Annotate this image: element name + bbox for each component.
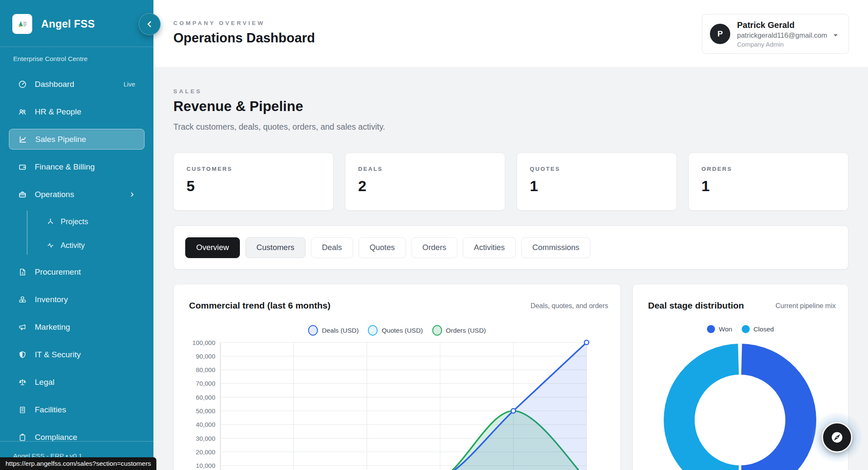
sidebar-item-label: Activity <box>61 241 85 250</box>
pulse-icon <box>47 242 54 249</box>
sidebar-item-label: Marketing <box>35 323 70 332</box>
company-logo <box>12 14 32 34</box>
svg-text:10,000: 10,000 <box>196 462 215 469</box>
megaphone-icon <box>18 323 27 331</box>
tab-overview[interactable]: Overview <box>185 237 240 258</box>
section-title: Revenue & Pipeline <box>173 98 303 114</box>
user-email: patrickgerald116@gmail.com <box>737 31 827 39</box>
sidebar-item-it-security[interactable]: IT & Security <box>9 344 145 365</box>
people-icon <box>18 108 27 116</box>
legend-label: Orders (USD) <box>446 327 486 334</box>
sidebar-collapse-button[interactable] <box>139 13 161 35</box>
svg-text:60,000: 60,000 <box>196 394 215 401</box>
page-title: Operations Dashboard <box>173 31 315 46</box>
sidebar-item-procurement[interactable]: $ Procurement <box>9 261 145 282</box>
deals-swatch-icon <box>308 325 318 336</box>
stat-value: 1 <box>530 178 664 195</box>
boxes-icon <box>18 295 27 304</box>
stat-card-deals: DEALS 2 <box>345 153 505 211</box>
legend-item-orders[interactable]: Orders (USD) <box>432 325 486 336</box>
stat-label: DEALS <box>358 166 492 172</box>
wallet-icon <box>18 163 27 171</box>
sidebar-item-operations[interactable]: Operations <box>9 184 145 205</box>
gauge-icon <box>18 80 27 89</box>
sidebar-item-hr-people[interactable]: HR & People <box>9 101 145 122</box>
legend-item-quotes[interactable]: Quotes (USD) <box>368 325 423 336</box>
sidebar-item-label: Inventory <box>35 295 68 304</box>
stats-row: CUSTOMERS 5 DEALS 2 QUOTES 1 ORDERS 1 <box>173 153 849 211</box>
sidebar-item-activity[interactable]: Activity <box>28 236 145 255</box>
sidebar-item-inventory[interactable]: Inventory <box>9 289 145 310</box>
brand-name: Angel FSS <box>41 18 95 30</box>
user-role: Company Admin <box>737 41 838 48</box>
sidebar-item-projects[interactable]: Projects <box>28 212 145 231</box>
sidebar-item-label: Operations <box>35 190 74 199</box>
trend-chart: 10,00020,00030,00040,00050,00060,00070,0… <box>174 339 621 470</box>
svg-text:$: $ <box>22 271 24 275</box>
trend-chart-card: Commercial trend (last 6 months) Deals, … <box>173 284 621 470</box>
shield-icon <box>18 350 27 359</box>
svg-text:40,000: 40,000 <box>196 421 215 428</box>
svg-text:90,000: 90,000 <box>196 353 215 360</box>
sidebar-item-dashboard[interactable]: Dashboard Live <box>9 74 145 95</box>
sidebar-item-label: Sales Pipeline <box>35 135 86 144</box>
section-eyebrow: SALES <box>173 88 202 95</box>
sidebar-item-label: Legal <box>35 378 55 387</box>
company-logo-icon <box>16 18 29 31</box>
svg-text:20,000: 20,000 <box>196 448 215 456</box>
invoice-dollar-icon: $ <box>18 268 27 276</box>
main-content: SALES Revenue & Pipeline Track customers… <box>153 68 868 470</box>
section-subtitle: Track customers, deals, quotes, orders, … <box>173 122 385 132</box>
sidebar: Angel FSS Enterprise Control Centre Dash… <box>0 0 153 470</box>
sidebar-item-marketing[interactable]: Marketing <box>9 317 145 337</box>
legend-item-deals[interactable]: Deals (USD) <box>308 325 359 336</box>
chevron-left-icon <box>145 20 154 28</box>
stat-value: 5 <box>186 178 320 195</box>
compass-fab-button[interactable] <box>822 422 852 453</box>
sidebar-item-label: Projects <box>61 217 88 226</box>
user-name: Patrick Gerald <box>737 20 838 30</box>
compass-icon <box>830 431 844 444</box>
stat-card-quotes: QUOTES 1 <box>517 153 677 211</box>
sidebar-item-label: IT & Security <box>35 350 81 359</box>
scales-icon <box>18 378 27 387</box>
tab-orders[interactable]: Orders <box>412 237 458 258</box>
sidebar-item-legal[interactable]: Legal <box>9 372 145 392</box>
trend-chart-subtitle: Deals, quotes, and orders <box>531 302 608 310</box>
tab-activities[interactable]: Activities <box>463 237 516 258</box>
clipboard-icon <box>18 433 27 442</box>
legend-label: Quotes (USD) <box>381 327 423 334</box>
svg-text:30,000: 30,000 <box>196 435 215 442</box>
sidebar-item-label: Compliance <box>35 433 77 442</box>
breadcrumb: COMPANY OVERVIEW <box>173 20 265 26</box>
tab-commissions[interactable]: Commissions <box>521 237 590 258</box>
status-url: https://erp.angelfss.com/sales?section=c… <box>6 460 151 467</box>
tab-customers[interactable]: Customers <box>245 237 305 258</box>
stat-label: ORDERS <box>701 166 835 172</box>
live-badge: Live <box>123 81 135 88</box>
avatar: P <box>710 24 730 44</box>
tab-quotes[interactable]: Quotes <box>359 237 406 258</box>
sidebar-item-label: Finance & Billing <box>35 162 95 172</box>
sidebar-item-facilities[interactable]: Facilities <box>9 399 145 420</box>
stat-card-orders: ORDERS 1 <box>688 153 849 211</box>
stat-value: 1 <box>701 178 835 195</box>
page-header: COMPANY OVERVIEW Operations Dashboard P … <box>153 0 868 68</box>
svg-text:80,000: 80,000 <box>196 366 215 373</box>
chevron-down-icon <box>833 34 838 37</box>
sidebar-item-sales-pipeline[interactable]: Sales Pipeline <box>9 129 145 150</box>
stat-value: 2 <box>358 178 492 195</box>
chevron-right-icon <box>129 192 135 197</box>
tab-deals[interactable]: Deals <box>311 237 353 258</box>
operations-subnav: Projects Activity <box>27 211 145 255</box>
user-info: Patrick Gerald patrickgerald116@gmail.co… <box>737 20 838 48</box>
sidebar-item-label: Facilities <box>35 405 66 414</box>
section-tabs: Overview Customers Deals Quotes Orders A… <box>173 225 849 270</box>
chart-line-icon <box>19 135 27 144</box>
user-menu[interactable]: P Patrick Gerald patrickgerald116@gmail.… <box>702 14 849 54</box>
svg-text:70,000: 70,000 <box>196 380 215 387</box>
svg-text:100,000: 100,000 <box>192 339 215 346</box>
quotes-swatch-icon <box>368 325 378 336</box>
sidebar-item-finance-billing[interactable]: Finance & Billing <box>9 156 145 177</box>
orders-swatch-icon <box>432 325 442 336</box>
